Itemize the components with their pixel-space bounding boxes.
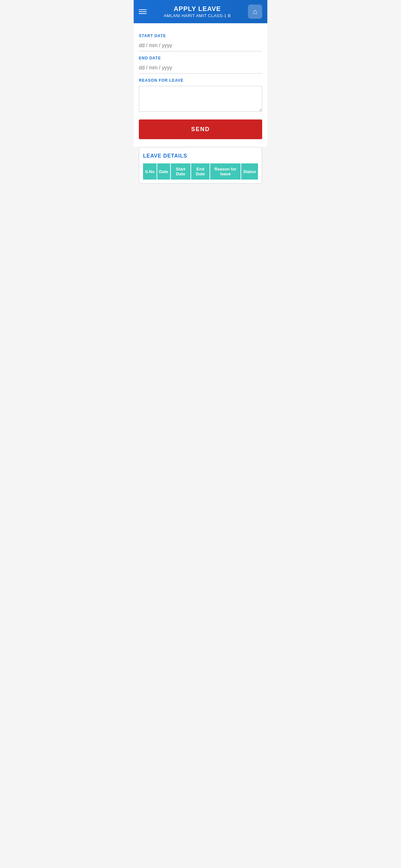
table-header-row: S.No Date Start Date End Date Reason for…: [143, 163, 258, 180]
col-status: Status: [241, 163, 258, 180]
reason-label: REASON FOR LEAVE: [139, 78, 262, 83]
col-sno: S.No: [143, 163, 157, 180]
col-date: Date: [157, 163, 171, 180]
col-end-date: End Date: [191, 163, 210, 180]
col-reason: Reason for leave: [210, 163, 241, 180]
leave-details-card: LEAVE DETAILS S.No Date Start Date End D…: [139, 147, 262, 184]
menu-button[interactable]: [139, 9, 147, 14]
header-title-block: APPLY LEAVE AMLANI HARIT AMIT CLASS-1 B: [147, 5, 248, 18]
send-button-wrap: SEND: [134, 113, 267, 147]
send-button[interactable]: SEND: [139, 120, 262, 139]
page-title: APPLY LEAVE: [147, 5, 248, 12]
end-date-label: END DATE: [139, 56, 262, 60]
home-icon: ⌂: [253, 7, 257, 16]
leave-details-title: LEAVE DETAILS: [143, 153, 258, 159]
col-start-date: Start Date: [171, 163, 191, 180]
start-date-input[interactable]: [139, 40, 262, 51]
start-date-label: START DATE: [139, 34, 262, 38]
form-section: START DATE END DATE REASON FOR LEAVE: [134, 23, 267, 113]
leave-details-table: S.No Date Start Date End Date Reason for…: [143, 163, 258, 180]
home-button[interactable]: ⌂: [248, 4, 262, 19]
end-date-input[interactable]: [139, 62, 262, 73]
reason-textarea[interactable]: [139, 86, 262, 112]
app-header: APPLY LEAVE AMLANI HARIT AMIT CLASS-1 B …: [134, 0, 267, 23]
student-name: AMLANI HARIT AMIT CLASS-1 B: [147, 13, 248, 18]
